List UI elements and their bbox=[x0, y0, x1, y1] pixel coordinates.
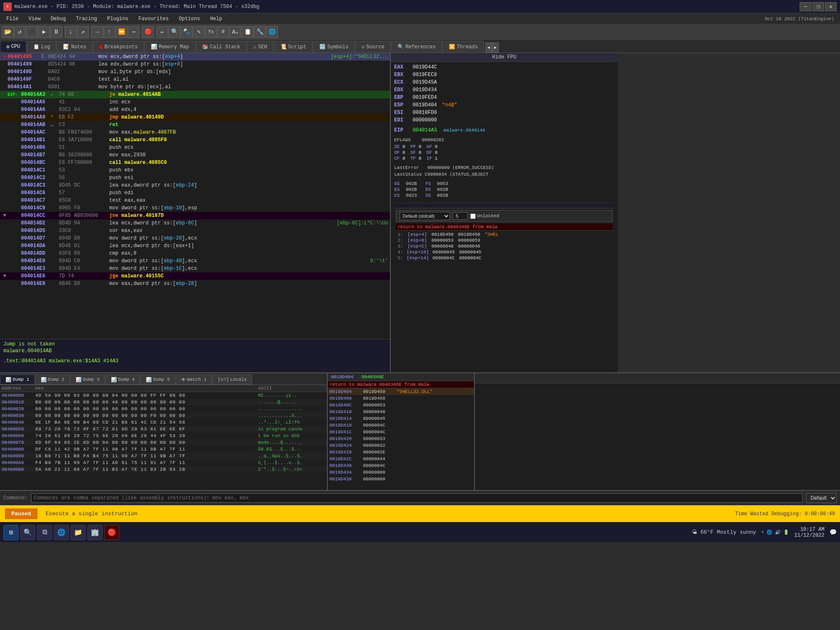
stack-row[interactable]: 0019D414 00000045 bbox=[328, 415, 474, 422]
edge-btn[interactable]: 🌐 bbox=[54, 525, 69, 540]
toolbar-step-out[interactable]: ↑ bbox=[103, 26, 115, 38]
tab-memory-map[interactable]: 📊 Memory Map bbox=[145, 41, 195, 53]
dump-tab-5[interactable]: 📊 Dump 5 bbox=[140, 374, 175, 385]
disasm-row[interactable]: 004014C9 8965 F0 mov dword ptr ss:[ebp-1… bbox=[0, 204, 390, 212]
disasm-row[interactable]: 004014D5 33C0 xor eax,eax bbox=[0, 227, 390, 235]
toolbar-bp-toggle[interactable]: 🔴 bbox=[142, 26, 154, 38]
disasm-row[interactable]: 004014AB ↵ C3 ret bbox=[0, 121, 390, 129]
disasm-row[interactable]: 004014BC E8 FF700000 call malware.4085C0 bbox=[0, 159, 390, 166]
dump-row[interactable]: 004000B0 5A A8 22 11 98 A7 7F 11 B3 A7 7… bbox=[0, 466, 327, 473]
tab-arrow-left[interactable]: ◀ bbox=[485, 42, 492, 53]
stack-row[interactable]: 0019D420 00000033 bbox=[328, 435, 474, 442]
menu-options[interactable]: Options bbox=[174, 15, 205, 23]
dump-tab-4[interactable]: 📊 Dump 4 bbox=[105, 374, 140, 385]
stack-row[interactable]: 0019D410 00000048 bbox=[328, 409, 474, 415]
disasm-row[interactable]: ▼ 004014CC 0F85 AB030000 jne malware.401… bbox=[0, 212, 390, 219]
stack-row[interactable]: 0019D438 00000000 bbox=[328, 476, 474, 482]
stack-row[interactable]: 0019D41C 0000004C bbox=[328, 429, 474, 435]
notifications-btn[interactable]: 💬 bbox=[829, 529, 837, 536]
dump-row[interactable]: 00400010 B8 00 00 00 00 00 00 00 40 00 0… bbox=[0, 399, 327, 406]
stack-row[interactable]: 0019D418 0000004C bbox=[328, 422, 474, 429]
dump-tab-3[interactable]: 📊 Dump 3 bbox=[70, 374, 105, 385]
stack-row[interactable]: 0019D408 0019D450 bbox=[328, 395, 474, 402]
dump-row[interactable]: 00400050 69 73 20 70 72 6F 67 72 61 6D 2… bbox=[0, 426, 327, 432]
tab-script[interactable]: 📜 Script bbox=[274, 41, 313, 53]
tab-call-stack[interactable]: 📚 Call Stack bbox=[196, 41, 247, 53]
malware-app-btn[interactable]: 🔴 bbox=[104, 525, 119, 540]
menu-debug[interactable]: Debug bbox=[46, 15, 71, 23]
dump-row[interactable]: 00400020 00 00 00 00 00 00 00 00 00 00 0… bbox=[0, 406, 327, 412]
toolbar-restart[interactable]: ↺ bbox=[14, 26, 26, 38]
disasm-row[interactable]: 0040149D 8A02 mov al,byte ptr ds:[edx] bbox=[0, 68, 390, 76]
tab-seh[interactable]: ⚠ SEH bbox=[247, 41, 274, 53]
unlocked-checkbox[interactable] bbox=[470, 214, 476, 219]
menu-favourites[interactable]: Favourites bbox=[134, 15, 173, 23]
toolbar-goto[interactable]: ⇒ bbox=[128, 26, 140, 38]
dump-tab-1[interactable]: 📊 Dump 1 bbox=[0, 374, 35, 385]
tab-symbols[interactable]: 🔣 Symbols bbox=[313, 41, 355, 53]
disasm-row[interactable]: 004014C2 56 push esi bbox=[0, 174, 390, 182]
disasm-row[interactable]: 004014DD 83F8 09 cmp eax,9 bbox=[0, 250, 390, 257]
menu-tracing[interactable]: Tracing bbox=[71, 15, 102, 23]
stack-row[interactable]: 0019D434 00000000 bbox=[328, 469, 474, 476]
disasm-row[interactable]: 004014B1 E8 3A710000 call malware.4085F0 bbox=[0, 136, 390, 144]
toolbar-animate[interactable]: ⏩ bbox=[116, 26, 127, 38]
disasm-row[interactable]: 004014C7 85C0 test eax,eax bbox=[0, 197, 390, 204]
toolbar-search2[interactable]: 🔦 bbox=[181, 26, 192, 38]
stack-row[interactable]: 0019D404 0019D450 "SHELL32.DLL" bbox=[328, 388, 474, 395]
toolbar-step-over[interactable]: ↗ bbox=[77, 26, 89, 38]
toolbar-trace[interactable]: ✏ bbox=[156, 26, 168, 38]
disasm-row[interactable]: 0040149F 84C0 test al,al bbox=[0, 76, 390, 83]
tab-references[interactable]: 🔍 References bbox=[391, 41, 442, 53]
disasm-row[interactable]: 004014AC B8 FB874000 mov eax,malware.408… bbox=[0, 129, 390, 136]
dump-row[interactable]: 00400090 18 B8 71 11 B8 F4 B4 75 11 90 A… bbox=[0, 453, 327, 459]
store-btn[interactable]: 🏢 bbox=[87, 525, 103, 540]
disasm-row[interactable]: 004014B6 51 push ecx bbox=[0, 144, 390, 151]
disasm-row[interactable]: 004014C1 53 push ebx bbox=[0, 166, 390, 174]
menu-help[interactable]: Help bbox=[205, 15, 227, 23]
dump-tab-locals[interactable]: [x=] Locals bbox=[212, 374, 252, 385]
toolbar-stop[interactable]: ⬛ bbox=[26, 26, 38, 38]
tab-breakpoints[interactable]: Breakpoints bbox=[93, 41, 144, 53]
tab-cpu[interactable]: ⚙ CPU bbox=[0, 41, 26, 53]
disasm-row[interactable]: 00401499 8D5424 08 lea edx,dword ptr ss:… bbox=[0, 61, 390, 68]
chevron-icon[interactable]: ^ bbox=[761, 530, 764, 535]
disasm-row[interactable]: 004014D7 894D D8 mov dword ptr ss:[ebp-2… bbox=[0, 235, 390, 242]
disasm-content[interactable]: ● 00401495 E. 8BC424 04 mov ecx,dword pt… bbox=[0, 53, 390, 339]
disasm-row[interactable]: 004014B7 B8 38290000 mov eax,2938 bbox=[0, 151, 390, 159]
maximize-btn[interactable]: ❐ bbox=[812, 2, 824, 11]
taskview-btn[interactable]: ⧉ bbox=[37, 525, 52, 540]
toolbar-step-into[interactable]: ↓ bbox=[65, 26, 76, 38]
stack-row[interactable]: 0019D42C 00000044 bbox=[328, 456, 474, 462]
close-btn[interactable]: ✕ bbox=[825, 2, 837, 11]
dump-row[interactable]: 00400030 00 00 00 00 00 00 00 00 00 00 0… bbox=[0, 412, 327, 419]
disasm-row[interactable]: 004014DA 8D48 01 lea ecx,dword ptr ds:[e… bbox=[0, 242, 390, 250]
toolbar-run-to-cursor[interactable]: → bbox=[91, 26, 103, 38]
toolbar-notes2[interactable]: 🌐 bbox=[266, 26, 278, 38]
toolbar-font[interactable]: Aₐ bbox=[229, 26, 241, 38]
stack-row[interactable]: 0019D424 00000032 bbox=[328, 442, 474, 449]
disasm-row[interactable]: 004014A1 8801 mov byte ptr ds:[ecx],al bbox=[0, 83, 390, 91]
minimize-btn[interactable]: — bbox=[800, 2, 811, 11]
command-input[interactable] bbox=[31, 493, 803, 503]
tab-source[interactable]: ◇ Source bbox=[355, 41, 390, 53]
start-button[interactable]: ⊞ bbox=[3, 525, 18, 540]
stack-count-spinner[interactable] bbox=[453, 212, 468, 220]
disasm-row[interactable]: ● 00401495 E. 8BC424 04 mov ecx,dword pt… bbox=[0, 53, 390, 61]
toolbar-open[interactable]: 📂 bbox=[2, 26, 13, 38]
disasm-row[interactable]: 004014E3 894D E4 mov dword ptr ss:[ebp-1… bbox=[0, 265, 390, 272]
disasm-row[interactable]: 004014C6 57 push edi bbox=[0, 189, 390, 197]
dump-row[interactable]: 00400080 DF C6 11 42 9B A7 7F 11 9B A7 7… bbox=[0, 446, 327, 453]
disasm-row[interactable]: 004014E8 8B45 D8 mov eax,dword ptr ss:[e… bbox=[0, 280, 390, 287]
toolbar-log2[interactable]: 📋 bbox=[242, 26, 253, 38]
dump-row[interactable]: 00400070 6D 6F 64 65 2E 0D 00 0A 00 00 0… bbox=[0, 439, 327, 446]
tab-log[interactable]: 📋 Log bbox=[27, 41, 57, 53]
toolbar-pause[interactable]: ⏸ bbox=[50, 26, 62, 38]
menu-file[interactable]: File bbox=[2, 15, 23, 23]
toolbar-search[interactable]: 🔍 bbox=[169, 26, 180, 38]
toolbar-run[interactable]: ▶ bbox=[38, 26, 50, 38]
disasm-row[interactable]: 004014A6 83C2 04 add edx,4 bbox=[0, 106, 390, 113]
menu-view[interactable]: View bbox=[24, 15, 45, 23]
dump-tab-2[interactable]: 📊 Dump 2 bbox=[35, 374, 70, 385]
toolbar-edit[interactable]: ✎ bbox=[193, 26, 205, 38]
